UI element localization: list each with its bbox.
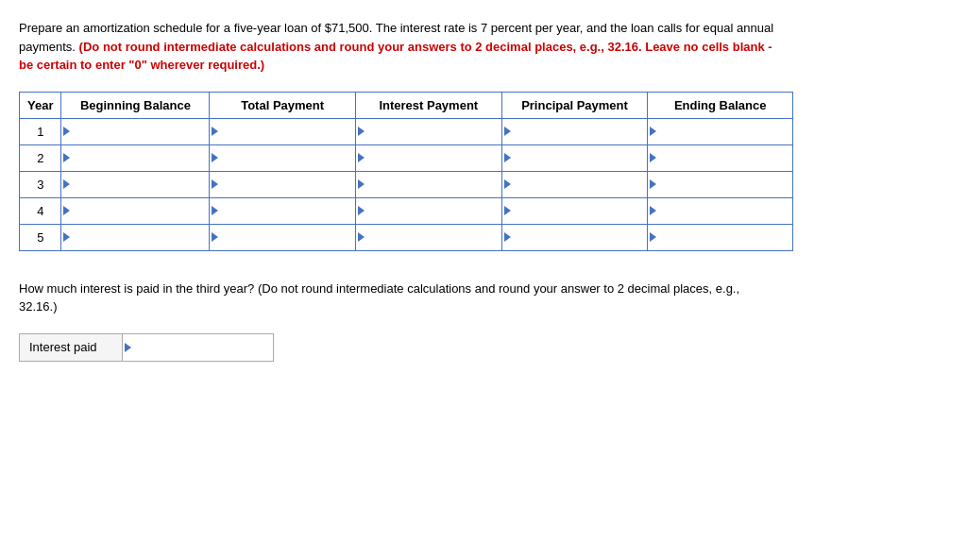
interest-payment-input-4[interactable] bbox=[356, 198, 501, 224]
beginning-balance-input-2[interactable] bbox=[61, 145, 209, 171]
total-payment-cell-5 bbox=[210, 224, 356, 250]
interest-paid-input-wrapper bbox=[123, 333, 274, 362]
question-normal: How much interest is paid in the third y… bbox=[19, 281, 254, 296]
beginning-balance-cell-2 bbox=[61, 144, 210, 171]
table-row: 4 bbox=[20, 197, 793, 224]
year-cell-5: 5 bbox=[20, 224, 61, 250]
principal-payment-input-5[interactable] bbox=[502, 225, 648, 250]
interest-payment-input-1[interactable] bbox=[356, 119, 501, 144]
total-payment-cell-1 bbox=[210, 118, 356, 144]
interest-payment-cell-5 bbox=[355, 224, 501, 250]
instructions-text: Prepare an amortization schedule for a f… bbox=[19, 19, 774, 75]
table-row: 3 bbox=[20, 171, 793, 197]
year-cell-3: 3 bbox=[20, 171, 61, 197]
beginning-balance-cell-4 bbox=[61, 197, 210, 224]
col-interest-payment: Interest Payment bbox=[355, 92, 501, 118]
ending-balance-input-5[interactable] bbox=[648, 225, 792, 250]
interest-paid-section: Interest paid bbox=[19, 333, 948, 362]
beginning-balance-input-5[interactable] bbox=[61, 225, 209, 250]
principal-payment-cell-5 bbox=[501, 224, 648, 250]
interest-payment-cell-2 bbox=[355, 144, 501, 171]
ending-balance-cell-3 bbox=[648, 171, 793, 197]
total-payment-input-1[interactable] bbox=[210, 119, 355, 144]
ending-balance-input-3[interactable] bbox=[648, 172, 792, 197]
principal-payment-input-1[interactable] bbox=[502, 119, 648, 144]
beginning-balance-cell-5 bbox=[61, 224, 210, 250]
beginning-balance-cell-3 bbox=[61, 171, 210, 197]
interest-payment-input-2[interactable] bbox=[356, 145, 501, 171]
beginning-balance-input-4[interactable] bbox=[61, 198, 209, 224]
col-beginning-balance: Beginning Balance bbox=[61, 92, 210, 118]
total-payment-input-4[interactable] bbox=[210, 198, 355, 224]
total-payment-cell-2 bbox=[210, 144, 356, 171]
col-principal-payment: Principal Payment bbox=[501, 92, 648, 118]
instruction-highlight: (Do not round intermediate calculations … bbox=[19, 40, 772, 73]
ending-balance-input-2[interactable] bbox=[648, 145, 792, 171]
ending-balance-cell-1 bbox=[648, 118, 793, 144]
total-payment-cell-4 bbox=[210, 197, 356, 224]
total-payment-input-2[interactable] bbox=[210, 145, 355, 171]
ending-balance-cell-2 bbox=[648, 144, 793, 171]
year-cell-2: 2 bbox=[20, 144, 61, 171]
principal-payment-input-4[interactable] bbox=[502, 198, 648, 224]
principal-payment-cell-3 bbox=[501, 171, 648, 197]
interest-payment-cell-3 bbox=[355, 171, 501, 197]
principal-payment-cell-4 bbox=[501, 197, 648, 224]
table-row: 5 bbox=[20, 224, 793, 250]
col-ending-balance: Ending Balance bbox=[648, 92, 793, 118]
col-total-payment: Total Payment bbox=[210, 92, 356, 118]
interest-payment-cell-1 bbox=[355, 118, 501, 144]
total-payment-input-5[interactable] bbox=[210, 225, 355, 250]
ending-balance-cell-5 bbox=[648, 224, 793, 250]
table-row: 1 bbox=[20, 118, 793, 144]
principal-payment-cell-2 bbox=[501, 144, 648, 171]
beginning-balance-input-1[interactable] bbox=[61, 119, 209, 144]
interest-paid-input[interactable] bbox=[123, 334, 273, 361]
beginning-balance-cell-1 bbox=[61, 118, 210, 144]
year-cell-1: 1 bbox=[20, 118, 61, 144]
table-row: 2 bbox=[20, 144, 793, 171]
ending-balance-input-4[interactable] bbox=[648, 198, 792, 224]
amortization-table: Year Beginning Balance Total Payment Int… bbox=[19, 92, 793, 251]
interest-payment-input-3[interactable] bbox=[356, 172, 501, 197]
principal-payment-input-2[interactable] bbox=[502, 145, 648, 171]
ending-balance-input-1[interactable] bbox=[648, 119, 792, 144]
year-cell-4: 4 bbox=[20, 197, 61, 224]
total-payment-input-3[interactable] bbox=[210, 172, 355, 197]
principal-payment-input-3[interactable] bbox=[502, 172, 648, 197]
col-year: Year bbox=[20, 92, 61, 118]
interest-payment-cell-4 bbox=[355, 197, 501, 224]
interest-payment-input-5[interactable] bbox=[356, 225, 501, 250]
ending-balance-cell-4 bbox=[648, 197, 793, 224]
interest-paid-label: Interest paid bbox=[19, 333, 123, 362]
principal-payment-cell-1 bbox=[501, 118, 648, 144]
question-section: How much interest is paid in the third y… bbox=[19, 280, 774, 316]
total-payment-cell-3 bbox=[210, 171, 356, 197]
beginning-balance-input-3[interactable] bbox=[61, 172, 209, 197]
